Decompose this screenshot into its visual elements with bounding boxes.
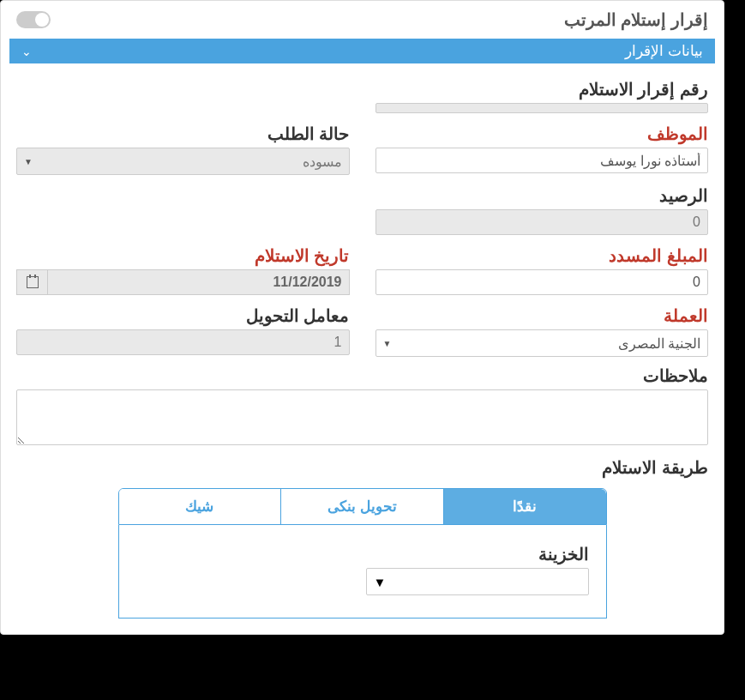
tab-cheque[interactable]: شيك bbox=[118, 489, 280, 524]
notes-textarea[interactable] bbox=[16, 389, 708, 445]
label-balance: الرصيد bbox=[376, 185, 709, 206]
currency-value: الجنية المصرى bbox=[618, 335, 700, 352]
label-exchange-rate: معامل التحويل bbox=[16, 305, 350, 326]
section-title: بيانات الإقرار bbox=[625, 42, 703, 60]
status-select[interactable]: مسوده ▼ bbox=[16, 148, 350, 175]
receipt-no-field bbox=[376, 103, 709, 113]
label-currency: العملة bbox=[376, 305, 709, 326]
amount-paid-field[interactable] bbox=[376, 269, 709, 295]
status-value: مسوده bbox=[303, 154, 342, 170]
form-body: رقم إقرار الاستلام الموظف حالة الطلب مسو… bbox=[1, 63, 724, 634]
exchange-rate-field: 1 bbox=[16, 329, 350, 355]
toggle-switch[interactable] bbox=[16, 11, 51, 28]
caret-down-icon: ▼ bbox=[383, 339, 392, 348]
section-header[interactable]: بيانات الإقرار ⌄ bbox=[9, 39, 715, 63]
label-treasury: الخزينة bbox=[366, 544, 589, 564]
caret-down-icon: ▼ bbox=[374, 575, 387, 589]
panel-header: إقرار إستلام المرتب bbox=[1, 1, 724, 39]
treasury-select[interactable]: ▼ bbox=[366, 568, 589, 595]
caret-down-icon: ▼ bbox=[24, 157, 33, 166]
label-payment-method: طريقة الاستلام bbox=[16, 457, 708, 478]
label-receive-date: تاريخ الاستلام bbox=[16, 245, 350, 266]
tab-content-cash: الخزينة ▼ bbox=[118, 525, 607, 619]
employee-field[interactable] bbox=[376, 148, 709, 173]
label-status: حالة الطلب bbox=[16, 124, 350, 144]
calendar-icon bbox=[27, 276, 39, 288]
payment-tabs: نقدًا تحويل بنكى شيك bbox=[118, 488, 607, 525]
chevron-down-icon: ⌄ bbox=[21, 45, 32, 58]
label-employee: الموظف bbox=[376, 124, 709, 144]
label-amount-paid: المبلغ المسدد bbox=[376, 245, 709, 266]
salary-receipt-panel: إقرار إستلام المرتب بيانات الإقرار ⌄ رقم… bbox=[0, 0, 724, 635]
label-notes: ملاحظات bbox=[16, 365, 708, 386]
tab-bank[interactable]: تحويل بنكى bbox=[280, 489, 443, 524]
calendar-button[interactable] bbox=[16, 269, 47, 295]
page-title: إقرار إستلام المرتب bbox=[564, 9, 708, 30]
balance-field: 0 bbox=[376, 209, 709, 235]
currency-select[interactable]: الجنية المصرى ▼ bbox=[376, 329, 709, 357]
tab-cash[interactable]: نقدًا bbox=[443, 489, 606, 524]
label-receipt-no: رقم إقرار الاستلام bbox=[376, 79, 709, 100]
receive-date-field[interactable]: 11/12/2019 bbox=[47, 269, 350, 295]
